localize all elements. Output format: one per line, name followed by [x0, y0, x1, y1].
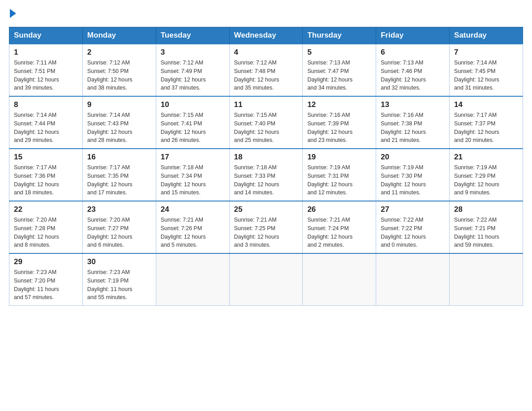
logo — [9, 9, 16, 22]
day-info: Sunrise: 7:11 AMSunset: 7:51 PMDaylight:… — [14, 59, 78, 92]
calendar-cell — [303, 253, 376, 306]
day-info: Sunrise: 7:12 AMSunset: 7:50 PMDaylight:… — [87, 59, 151, 92]
day-info: Sunrise: 7:18 AMSunset: 7:33 PMDaylight:… — [234, 163, 298, 197]
day-number: 9 — [87, 100, 151, 109]
day-number: 2 — [87, 48, 151, 57]
calendar-cell — [376, 253, 450, 306]
day-number: 29 — [14, 257, 78, 266]
calendar-cell: 24Sunrise: 7:21 AMSunset: 7:26 PMDayligh… — [156, 201, 229, 253]
day-info: Sunrise: 7:22 AMSunset: 7:21 PMDaylight:… — [454, 216, 518, 249]
calendar-cell: 7Sunrise: 7:14 AMSunset: 7:45 PMDaylight… — [450, 44, 523, 96]
calendar-header-row: SundayMondayTuesdayWednesdayThursdayFrid… — [9, 27, 523, 44]
day-number: 4 — [234, 48, 298, 57]
day-number: 14 — [454, 100, 518, 109]
day-info: Sunrise: 7:19 AMSunset: 7:29 PMDaylight:… — [454, 163, 518, 197]
calendar-week-row: 8Sunrise: 7:14 AMSunset: 7:44 PMDaylight… — [9, 96, 523, 149]
calendar-cell: 29Sunrise: 7:23 AMSunset: 7:20 PMDayligh… — [9, 253, 83, 306]
calendar-cell: 10Sunrise: 7:15 AMSunset: 7:41 PMDayligh… — [156, 96, 229, 149]
calendar-cell: 27Sunrise: 7:22 AMSunset: 7:22 PMDayligh… — [376, 201, 450, 253]
day-number: 7 — [454, 48, 518, 57]
calendar-cell: 16Sunrise: 7:17 AMSunset: 7:35 PMDayligh… — [82, 149, 156, 201]
calendar-table: SundayMondayTuesdayWednesdayThursdayFrid… — [9, 27, 523, 306]
day-number: 15 — [14, 153, 78, 162]
day-number: 17 — [161, 153, 225, 162]
day-number: 3 — [161, 48, 225, 57]
calendar-cell: 30Sunrise: 7:23 AMSunset: 7:19 PMDayligh… — [82, 253, 156, 306]
day-info: Sunrise: 7:13 AMSunset: 7:47 PMDaylight:… — [307, 59, 371, 92]
day-info: Sunrise: 7:21 AMSunset: 7:24 PMDaylight:… — [307, 216, 371, 249]
day-number: 5 — [307, 48, 371, 57]
day-info: Sunrise: 7:22 AMSunset: 7:22 PMDaylight:… — [381, 216, 445, 249]
calendar-cell: 13Sunrise: 7:16 AMSunset: 7:38 PMDayligh… — [376, 96, 450, 149]
column-header-friday: Friday — [376, 27, 450, 44]
calendar-cell: 23Sunrise: 7:20 AMSunset: 7:27 PMDayligh… — [82, 201, 156, 253]
column-header-wednesday: Wednesday — [229, 27, 303, 44]
day-number: 24 — [161, 205, 225, 214]
calendar-cell: 17Sunrise: 7:18 AMSunset: 7:34 PMDayligh… — [156, 149, 229, 201]
calendar-cell — [229, 253, 303, 306]
day-number: 19 — [307, 153, 371, 162]
day-info: Sunrise: 7:12 AMSunset: 7:49 PMDaylight:… — [161, 59, 225, 92]
calendar-week-row: 22Sunrise: 7:20 AMSunset: 7:28 PMDayligh… — [9, 201, 523, 253]
column-header-monday: Monday — [82, 27, 156, 44]
calendar-cell: 2Sunrise: 7:12 AMSunset: 7:50 PMDaylight… — [82, 44, 156, 96]
day-number: 11 — [234, 100, 298, 109]
day-info: Sunrise: 7:15 AMSunset: 7:40 PMDaylight:… — [234, 111, 298, 145]
day-info: Sunrise: 7:23 AMSunset: 7:19 PMDaylight:… — [87, 268, 151, 302]
day-number: 30 — [87, 257, 151, 266]
day-info: Sunrise: 7:16 AMSunset: 7:38 PMDaylight:… — [381, 111, 445, 145]
day-info: Sunrise: 7:17 AMSunset: 7:36 PMDaylight:… — [14, 163, 78, 197]
day-info: Sunrise: 7:14 AMSunset: 7:45 PMDaylight:… — [454, 59, 518, 92]
day-number: 12 — [307, 100, 371, 109]
day-number: 1 — [14, 48, 78, 57]
calendar-cell: 11Sunrise: 7:15 AMSunset: 7:40 PMDayligh… — [229, 96, 303, 149]
calendar-cell: 22Sunrise: 7:20 AMSunset: 7:28 PMDayligh… — [9, 201, 83, 253]
day-info: Sunrise: 7:17 AMSunset: 7:35 PMDaylight:… — [87, 163, 151, 197]
day-info: Sunrise: 7:19 AMSunset: 7:31 PMDaylight:… — [307, 163, 371, 197]
calendar-cell: 5Sunrise: 7:13 AMSunset: 7:47 PMDaylight… — [303, 44, 376, 96]
day-info: Sunrise: 7:16 AMSunset: 7:39 PMDaylight:… — [307, 111, 371, 145]
column-header-thursday: Thursday — [303, 27, 376, 44]
calendar-week-row: 15Sunrise: 7:17 AMSunset: 7:36 PMDayligh… — [9, 149, 523, 201]
calendar-cell: 8Sunrise: 7:14 AMSunset: 7:44 PMDaylight… — [9, 96, 83, 149]
calendar-cell — [450, 253, 523, 306]
day-number: 13 — [381, 100, 445, 109]
day-info: Sunrise: 7:14 AMSunset: 7:44 PMDaylight:… — [14, 111, 78, 145]
day-number: 18 — [234, 153, 298, 162]
day-number: 28 — [454, 205, 518, 214]
calendar-cell: 14Sunrise: 7:17 AMSunset: 7:37 PMDayligh… — [450, 96, 523, 149]
column-header-saturday: Saturday — [450, 27, 523, 44]
calendar-week-row: 29Sunrise: 7:23 AMSunset: 7:20 PMDayligh… — [9, 253, 523, 306]
calendar-cell — [156, 253, 229, 306]
day-info: Sunrise: 7:20 AMSunset: 7:28 PMDaylight:… — [14, 216, 78, 249]
calendar-cell: 25Sunrise: 7:21 AMSunset: 7:25 PMDayligh… — [229, 201, 303, 253]
calendar-cell: 12Sunrise: 7:16 AMSunset: 7:39 PMDayligh… — [303, 96, 376, 149]
day-number: 26 — [307, 205, 371, 214]
day-info: Sunrise: 7:23 AMSunset: 7:20 PMDaylight:… — [14, 268, 78, 302]
day-number: 23 — [87, 205, 151, 214]
calendar-cell: 18Sunrise: 7:18 AMSunset: 7:33 PMDayligh… — [229, 149, 303, 201]
day-info: Sunrise: 7:12 AMSunset: 7:48 PMDaylight:… — [234, 59, 298, 92]
logo-arrow-icon — [10, 9, 16, 18]
day-number: 20 — [381, 153, 445, 162]
calendar-cell: 26Sunrise: 7:21 AMSunset: 7:24 PMDayligh… — [303, 201, 376, 253]
page-header — [9, 9, 523, 22]
day-number: 27 — [381, 205, 445, 214]
calendar-cell: 28Sunrise: 7:22 AMSunset: 7:21 PMDayligh… — [450, 201, 523, 253]
day-info: Sunrise: 7:18 AMSunset: 7:34 PMDaylight:… — [161, 163, 225, 197]
column-header-tuesday: Tuesday — [156, 27, 229, 44]
day-number: 6 — [381, 48, 445, 57]
day-info: Sunrise: 7:21 AMSunset: 7:26 PMDaylight:… — [161, 216, 225, 249]
day-info: Sunrise: 7:20 AMSunset: 7:27 PMDaylight:… — [87, 216, 151, 249]
day-info: Sunrise: 7:14 AMSunset: 7:43 PMDaylight:… — [87, 111, 151, 145]
calendar-cell: 1Sunrise: 7:11 AMSunset: 7:51 PMDaylight… — [9, 44, 83, 96]
day-number: 25 — [234, 205, 298, 214]
day-info: Sunrise: 7:13 AMSunset: 7:46 PMDaylight:… — [381, 59, 445, 92]
day-number: 21 — [454, 153, 518, 162]
calendar-cell: 9Sunrise: 7:14 AMSunset: 7:43 PMDaylight… — [82, 96, 156, 149]
column-header-sunday: Sunday — [9, 27, 83, 44]
calendar-cell: 19Sunrise: 7:19 AMSunset: 7:31 PMDayligh… — [303, 149, 376, 201]
day-number: 16 — [87, 153, 151, 162]
day-info: Sunrise: 7:21 AMSunset: 7:25 PMDaylight:… — [234, 216, 298, 249]
calendar-cell: 21Sunrise: 7:19 AMSunset: 7:29 PMDayligh… — [450, 149, 523, 201]
